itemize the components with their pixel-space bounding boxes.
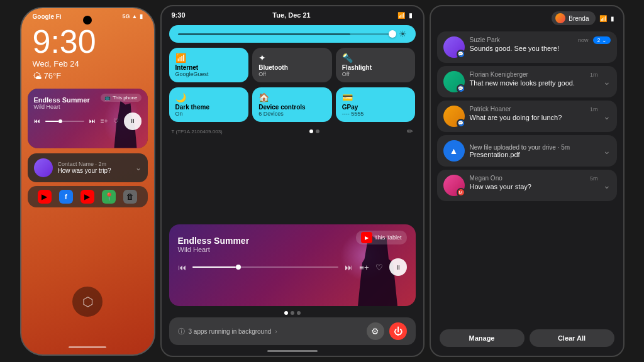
- qs-flashlight-label: Flashlight: [342, 64, 409, 71]
- panel-wifi-icon: 📶: [599, 15, 607, 22]
- qs-tile-gpay[interactable]: 💳 GPay ---- 5555: [336, 87, 416, 122]
- qs-darktheme-sub: On: [175, 111, 243, 117]
- brightness-track[interactable]: [178, 33, 394, 35]
- phone-notif-avatar: [34, 158, 53, 177]
- qs-darktheme-label: Dark theme: [175, 104, 243, 111]
- tablet-music-content: ▶ This Tablet Endless Summer Wild Heart …: [169, 224, 416, 282]
- pause-button[interactable]: ⏸: [124, 112, 142, 130]
- qs-tile-flashlight[interactable]: 🔦 Flashlight Off: [336, 48, 416, 82]
- tablet-bg-apps-label: 3 apps running in background: [189, 328, 272, 335]
- phone-notification-card[interactable]: Contact Name · 2m How was your trip? ⌄: [28, 153, 148, 182]
- notif-item-suzie[interactable]: 💬 Suzie Park now Sounds good. See you th…: [437, 31, 617, 63]
- phone-music-artist: Wild Heart: [34, 104, 142, 110]
- username-label: Brenda: [569, 15, 589, 22]
- manage-button[interactable]: Manage: [440, 329, 525, 347]
- clear-all-button[interactable]: Clear All: [530, 329, 614, 347]
- internet-icon: 📶: [175, 53, 243, 63]
- phone-app-row: ▶ f ▶ 📍 🗑: [28, 186, 148, 207]
- phone-music-card[interactable]: 📺 This phone Endless Summer Wild Heart ⏮…: [28, 89, 148, 148]
- tablet-pause-button[interactable]: ⏸: [389, 258, 407, 276]
- tablet-power-button[interactable]: ⏻: [389, 322, 407, 340]
- youtube-icon[interactable]: ▶: [38, 190, 52, 204]
- qs-bluetooth-sub: Off: [258, 71, 326, 77]
- tablet-like-button[interactable]: ♡: [375, 263, 383, 272]
- tablet-settings-button[interactable]: ⚙: [367, 322, 384, 340]
- megan-app-badge: M: [457, 188, 465, 197]
- phone-temperature: 76°F: [44, 71, 62, 80]
- patrick-app-badge: 💬: [457, 119, 465, 128]
- weather-icon: 🌤: [33, 71, 42, 81]
- notif-panel-header: Brenda 📶 ▮: [431, 6, 623, 29]
- tablet-music-card[interactable]: ▶ This Tablet Endless Summer Wild Heart …: [169, 224, 416, 306]
- phone-home-indicator: [69, 346, 106, 348]
- qs-grid-row2: 🌙 Dark theme On 🏠 Device controls 6 Devi…: [169, 87, 416, 122]
- tablet-music-controls: ⏮ ⏭ ≡+ ♡ ⏸: [178, 258, 407, 276]
- yt-play-icon: ▶: [361, 232, 372, 243]
- qs-tile-internet[interactable]: 📶 Internet GoogleGuest: [169, 48, 249, 82]
- maps-icon[interactable]: 📍: [102, 190, 116, 204]
- phone-progress-fill: [45, 121, 59, 122]
- qs-internet-label: Internet: [175, 64, 243, 71]
- tablet-progress-bar[interactable]: [192, 266, 339, 268]
- drive-filename: Presentation.pdf: [470, 151, 598, 158]
- phone-carrier: Google Fi: [33, 13, 62, 20]
- florian-time: 1m: [590, 72, 598, 78]
- fingerprint-button[interactable]: ⬡: [72, 287, 103, 317]
- megan-chevron-icon: ⌄: [603, 180, 611, 190]
- tablet-music-dots: [162, 311, 423, 315]
- tablet-next-button[interactable]: ⏭: [345, 263, 353, 272]
- notif-item-florian[interactable]: 💬 Florian Koenigberger 1m That new movie…: [437, 66, 617, 97]
- darktheme-icon: 🌙: [175, 92, 243, 102]
- phone-music-badge: 📺 This phone: [101, 94, 142, 102]
- phone-music-content: 📺 This phone Endless Summer Wild Heart ⏮…: [28, 89, 148, 135]
- brightness-icon: ☀: [399, 29, 407, 39]
- megan-avatar: M: [443, 175, 465, 196]
- facebook-icon[interactable]: f: [59, 190, 73, 204]
- tablet-prev-button[interactable]: ⏮: [178, 263, 186, 272]
- notif-item-megan[interactable]: M Megan Ono 5m How was your stay? ⌄: [437, 170, 617, 201]
- signal-icon: ▲: [132, 13, 138, 19]
- notif-item-patrick[interactable]: 💬 Patrick Hoaner 1m What are you doing f…: [437, 101, 617, 132]
- trash-icon[interactable]: 🗑: [123, 190, 137, 204]
- expand-chevron-icon[interactable]: ⌄: [135, 163, 142, 172]
- florian-message: That new movie looks pretty good.: [470, 79, 598, 87]
- flashlight-icon: 🔦: [342, 53, 409, 63]
- tablet-quick-settings: ☀ 📶 Internet GoogleGuest ✦ Bluetooth Off…: [162, 21, 423, 224]
- next-button[interactable]: ⏭: [89, 118, 96, 124]
- qs-flashlight-sub: Off: [342, 71, 409, 77]
- like-button[interactable]: ♡: [113, 118, 119, 124]
- phone-signal: 5G: [123, 13, 130, 19]
- phone-progress-bar[interactable]: [45, 121, 84, 122]
- qs-tile-devicecontrols[interactable]: 🏠 Device controls 6 Devices: [252, 87, 332, 122]
- phone-notif-name: Contact Name · 2m: [58, 161, 130, 167]
- arrow-icon: ›: [275, 328, 277, 335]
- tablet-queue-button[interactable]: ≡+: [359, 263, 369, 272]
- notifications-list: 💬 Suzie Park now Sounds good. See you th…: [431, 29, 623, 324]
- florian-notif-content: Florian Koenigberger 1m That new movie l…: [470, 71, 598, 87]
- panel-battery-icon: ▮: [611, 15, 614, 22]
- edit-icon[interactable]: ✏: [407, 127, 413, 136]
- megan-name: Megan Ono: [470, 175, 502, 182]
- phone-weather: 🌤 76°F: [21, 69, 154, 84]
- queue-button[interactable]: ≡+: [101, 118, 108, 124]
- brightness-slider[interactable]: ☀: [169, 25, 416, 43]
- phone-date: Wed, Feb 24: [21, 59, 154, 69]
- brightness-fill: [178, 33, 350, 35]
- notif-item-drive[interactable]: ▲ New file uploaded to your drive · 5m P…: [437, 135, 617, 167]
- notifications-panel: Brenda 📶 ▮ 💬 Suzie Park now Sounds good.…: [430, 5, 625, 357]
- bluetooth-icon: ✦: [258, 53, 326, 63]
- florian-app-badge: 💬: [457, 84, 465, 93]
- qs-tile-darktheme[interactable]: 🌙 Dark theme On: [169, 87, 249, 122]
- youtube2-icon[interactable]: ▶: [80, 190, 94, 204]
- qs-tile-bluetooth[interactable]: ✦ Bluetooth Off: [252, 48, 332, 82]
- florian-chevron-icon: ⌄: [603, 77, 611, 87]
- drive-icon: ▲: [443, 140, 465, 162]
- user-chip[interactable]: Brenda: [552, 11, 595, 25]
- tablet-progress-fill: [192, 266, 236, 268]
- suzie-avatar: 💬: [443, 36, 465, 58]
- tablet-home-indicator: [267, 350, 318, 352]
- tablet-background-apps: ⓘ 3 apps running in background ›: [178, 327, 277, 336]
- tablet-version-row: T (TP1A.2100409.003) ✏: [169, 127, 416, 138]
- suzie-notif-content: Suzie Park now Sounds good. See you ther…: [470, 36, 589, 52]
- prev-button[interactable]: ⏮: [34, 118, 40, 124]
